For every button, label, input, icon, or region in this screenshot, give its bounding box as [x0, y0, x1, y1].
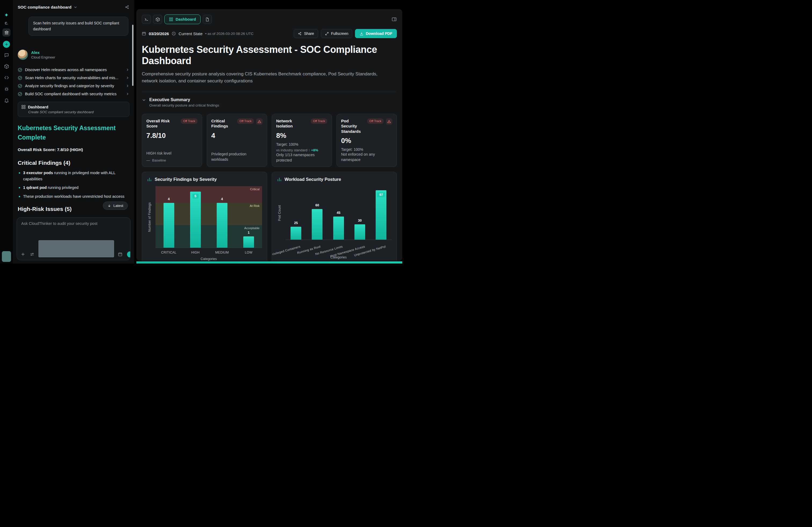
- task-item[interactable]: Scan Helm charts for security vulnerabil…: [18, 74, 129, 82]
- dashboard-artifact-card[interactable]: Dashboard Create SOC compliant security …: [18, 102, 129, 117]
- download-pdf-button[interactable]: Download PDF: [355, 29, 397, 38]
- chats-button[interactable]: [2, 51, 11, 59]
- sliders-icon[interactable]: [29, 251, 35, 257]
- download-pdf-label: Download PDF: [366, 31, 392, 36]
- bell-icon: [4, 98, 9, 103]
- plot-area: CriticalAt RiskAcceptable4541: [156, 186, 262, 248]
- chevron-down-icon[interactable]: [142, 98, 146, 107]
- bar-Running as Root: [312, 209, 322, 240]
- message-composer[interactable]: Ask CloudThinker to audit your security …: [17, 217, 130, 260]
- send-button[interactable]: [127, 252, 130, 257]
- metric-card-critical-findings: Critical Findings Off Track 4 Privileged…: [207, 114, 267, 167]
- bar-HIGH: [190, 192, 201, 247]
- report-meta-row: 03/20/2026 Current State • as of 2026-03…: [142, 29, 397, 38]
- attachment-preview[interactable]: [39, 240, 114, 257]
- bar-value: 4: [168, 197, 170, 201]
- metric-title: Overall Risk Score: [146, 118, 178, 129]
- code-icon: [4, 75, 9, 80]
- notifications-button[interactable]: [2, 96, 11, 104]
- metric-card-overall-risk: Overall Risk Score Off Track 7.8/10 HIGH…: [142, 114, 202, 167]
- chat-scroll-area[interactable]: Scan helm security issues and build SOC …: [13, 13, 134, 214]
- plot-area: 2560453097: [286, 186, 392, 240]
- scan-button[interactable]: [2, 85, 11, 93]
- dashboard-panel: Dashboard 03/20/2026 Current State • as …: [136, 9, 402, 261]
- finding-item: 1 qdrant pod running privileged: [18, 185, 129, 191]
- vs-label: vs industry standard: [276, 148, 307, 152]
- cube-icon: [4, 64, 9, 69]
- task-item[interactable]: Discover Helm releases across all namesp…: [18, 66, 129, 74]
- check-circle-icon: [18, 67, 22, 72]
- clock-icon: [172, 31, 176, 36]
- bank-icon: [4, 30, 9, 35]
- executive-summary-section: Executive Summary Overall security postu…: [142, 92, 397, 107]
- chevron-right-icon: [126, 92, 129, 96]
- task-label: Build SOC compliant dashboard with secur…: [25, 92, 123, 96]
- artifact-title: Dashboard: [28, 105, 48, 109]
- download-icon: [360, 32, 364, 36]
- resources-view-button[interactable]: [153, 15, 162, 24]
- chevron-down-icon[interactable]: [74, 5, 77, 9]
- terminal-button[interactable]: [142, 15, 151, 24]
- chart-title: Security Findings by Severity: [155, 177, 217, 182]
- chart-title: Workload Security Posture: [285, 177, 341, 182]
- chevron-right-icon: [126, 84, 129, 88]
- bug-icon: [4, 86, 9, 91]
- share-button[interactable]: Share: [294, 29, 318, 38]
- x-tick: CRITICAL: [156, 251, 182, 254]
- x-axis-label: Categories: [156, 257, 262, 261]
- chart-card-severity: Security Findings by Severity Number of …: [142, 172, 267, 261]
- bar-Host Namespace Access: [354, 224, 365, 240]
- task-item[interactable]: Build SOC compliant dashboard with secur…: [18, 90, 129, 98]
- conversation-title[interactable]: SOC compliance dashboard: [18, 5, 71, 10]
- grid-icon: [21, 105, 26, 109]
- finding-item: These production workloads have unrestri…: [18, 194, 129, 199]
- metric-title: Pod Security Standards: [341, 118, 365, 134]
- collapse-panel-icon[interactable]: [392, 17, 397, 22]
- share-label: Share: [304, 31, 314, 36]
- x-tick-row: Privileged ContainersRunning as RootNo R…: [286, 241, 392, 253]
- critical-findings-list: 3 executor pods running in privileged mo…: [18, 170, 129, 199]
- chevron-right-icon: [126, 76, 129, 80]
- task-item[interactable]: Analyze security findings and categorize…: [18, 82, 129, 90]
- bar-Unprotected by NetPol: [376, 190, 387, 240]
- risk-score-line: Overall Risk Score: 7.8/10 (HIGH): [18, 147, 129, 152]
- bar-CRITICAL: [163, 203, 174, 248]
- metric-note: HIGH risk level: [146, 151, 198, 156]
- user-role: Cloud Engineer: [31, 55, 55, 59]
- new-chat-button[interactable]: [3, 41, 10, 48]
- code-button[interactable]: [2, 74, 11, 81]
- bar-Privileged Containers: [291, 227, 301, 239]
- critical-findings-heading: Critical Findings (4): [18, 160, 129, 166]
- check-circle-icon: [18, 76, 22, 80]
- calendar-icon[interactable]: [117, 251, 123, 257]
- fullscreen-button[interactable]: Fullscreen: [321, 29, 352, 38]
- bar-value: 45: [337, 211, 340, 215]
- bar-MEDIUM: [217, 203, 228, 248]
- report-date: 03/20/2026: [149, 31, 169, 36]
- icon-rail: ✦ C.: [0, 0, 13, 264]
- share-icon[interactable]: [125, 5, 129, 10]
- latest-label: Latest: [113, 204, 123, 208]
- workspace-button[interactable]: [2, 28, 11, 36]
- bar-value: 5: [192, 194, 199, 199]
- fullscreen-label: Fullscreen: [331, 31, 349, 36]
- document-view-button[interactable]: [203, 15, 212, 24]
- sidebar-scrollbar[interactable]: [132, 25, 133, 86]
- warning-triangle-icon: [256, 118, 263, 125]
- metric-note: Not enforced on any namespace: [341, 152, 392, 163]
- calendar-icon: [142, 31, 146, 36]
- bar-No Resource Limits: [333, 216, 344, 239]
- workspace-initial: C.: [5, 21, 8, 25]
- bar-LOW: [243, 236, 254, 248]
- metric-target: Target: 100%: [341, 147, 392, 152]
- metric-value: 8%: [276, 132, 328, 140]
- task-label: Discover Helm releases across all namesp…: [25, 67, 123, 72]
- section-title: Executive Summary: [149, 97, 219, 102]
- check-circle-icon: [18, 92, 22, 96]
- resources-button[interactable]: [2, 62, 11, 70]
- user-avatar-tile[interactable]: [2, 251, 11, 262]
- attach-plus-icon[interactable]: [20, 251, 26, 257]
- latest-button[interactable]: Latest: [103, 201, 128, 210]
- user-name: Alex: [31, 50, 55, 55]
- tab-dashboard[interactable]: Dashboard: [164, 15, 201, 24]
